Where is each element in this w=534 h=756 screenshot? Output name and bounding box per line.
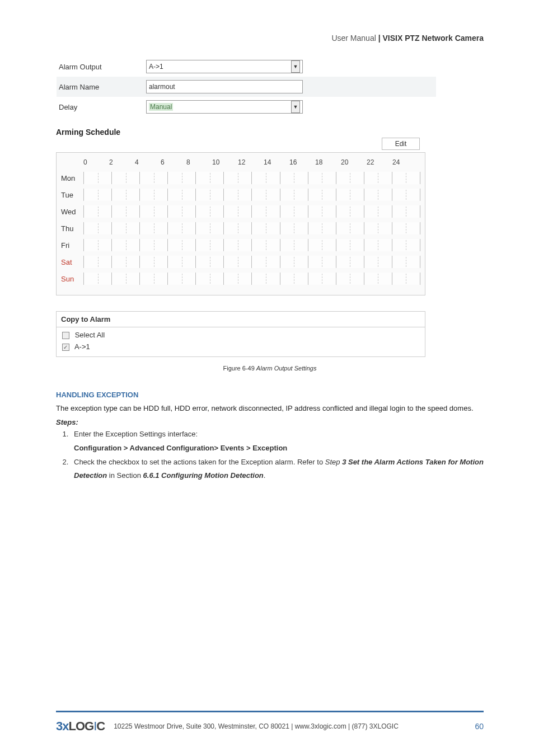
day-grid[interactable]	[83, 189, 420, 201]
copy-to-alarm-panel: Copy to Alarm Select All A->1	[56, 311, 425, 357]
day-grid[interactable]	[83, 205, 420, 218]
hour-tick: 4	[135, 158, 161, 166]
copy-item-label: A->1	[74, 342, 90, 351]
step-2-b: Step	[325, 458, 340, 466]
header-title: | VISIX PTZ Network Camera	[378, 34, 484, 43]
steps-label: Steps:	[56, 418, 484, 426]
schedule-day-row: Fri	[61, 237, 420, 253]
row-delay: Delay Manual ▼	[57, 97, 436, 117]
select-all-label: Select All	[75, 331, 105, 339]
day-grid[interactable]	[83, 222, 420, 234]
page-footer: 3xLOGIC 10225 Westmoor Drive, Suite 300,…	[56, 711, 484, 734]
logo: 3xLOGIC	[56, 719, 105, 734]
figure-number: Figure 6-49	[223, 365, 255, 372]
checkbox-checked-icon	[62, 344, 69, 351]
checkbox-icon	[62, 332, 69, 339]
select-delay[interactable]: Manual ▼	[146, 100, 303, 114]
day-label: Sat	[61, 258, 83, 266]
day-grid[interactable]	[83, 172, 420, 184]
schedule-day-row: Tue	[61, 186, 420, 203]
header-prefix: User Manual	[331, 34, 376, 43]
day-label: Sun	[61, 275, 83, 283]
hour-tick: 8	[186, 158, 212, 166]
schedule-day-row: Sat	[61, 253, 420, 270]
copy-to-alarm-title: Copy to Alarm	[57, 312, 425, 327]
hour-tick: 12	[238, 158, 264, 166]
logo-part1: 3x	[56, 719, 68, 733]
select-all-row[interactable]: Select All	[62, 331, 419, 339]
edit-button[interactable]: Edit	[382, 138, 420, 150]
step-1: Enter the Exception Settings interface: …	[71, 428, 484, 455]
hour-tick: 18	[315, 158, 341, 166]
row-alarm-output: Alarm Output A->1 ▼	[57, 57, 436, 77]
hour-tick: 22	[367, 158, 392, 166]
hour-tick: 24	[392, 158, 418, 166]
day-label: Mon	[61, 174, 83, 182]
schedule-day-row: Thu	[61, 220, 420, 237]
figure-title: Alarm Output Settings	[256, 365, 317, 372]
hour-tick: 14	[264, 158, 289, 166]
copy-item-a1[interactable]: A->1	[62, 342, 419, 351]
handling-exception-heading: HANDLING EXCEPTION	[56, 391, 484, 399]
page-header: User Manual | VISIX PTZ Network Camera	[56, 34, 484, 43]
schedule-day-row: Sun	[61, 270, 420, 287]
exception-paragraph: The exception type can be HDD full, HDD …	[56, 402, 484, 415]
hour-axis: 024681012141618202224	[83, 158, 420, 166]
day-label: Wed	[61, 208, 83, 216]
step-1-text: Enter the Exception Settings interface:	[74, 430, 198, 438]
day-grid[interactable]	[83, 273, 420, 285]
day-label: Thu	[61, 224, 83, 233]
step-2-f: .	[264, 471, 266, 480]
hour-tick: 16	[289, 158, 315, 166]
hour-tick: 0	[83, 158, 109, 166]
input-alarm-name[interactable]: alarmout	[146, 80, 303, 93]
footer-text: 10225 Westmoor Drive, Suite 300, Westmin…	[114, 722, 399, 730]
row-alarm-name: Alarm Name alarmout	[57, 77, 436, 97]
step-2-e: 6.6.1 Configuring Motion Detection	[143, 471, 264, 480]
hour-tick: 2	[109, 158, 135, 166]
arming-schedule-grid: 024681012141618202224 MonTueWedThuFriSat…	[56, 152, 425, 295]
label-delay: Delay	[57, 103, 146, 111]
logo-part2: LOG	[68, 719, 93, 733]
chevron-down-icon: ▼	[291, 101, 300, 113]
day-label: Fri	[61, 241, 83, 250]
step-1-path: Configuration > Advanced Configuration> …	[74, 444, 287, 452]
alarm-output-form: Alarm Output A->1 ▼ Alarm Name alarmout …	[56, 56, 437, 118]
hour-tick: 6	[161, 158, 186, 166]
label-alarm-name: Alarm Name	[57, 83, 146, 91]
step-2: Check the checkbox to set the actions ta…	[71, 456, 484, 483]
figure-caption: Figure 6-49 Alarm Output Settings	[56, 365, 484, 372]
day-label: Tue	[61, 191, 83, 199]
logo-part4: C	[96, 719, 105, 733]
arming-schedule-title: Arming Schedule	[56, 128, 484, 137]
day-grid[interactable]	[83, 256, 420, 268]
select-alarm-output[interactable]: A->1 ▼	[146, 60, 303, 73]
step-2-a: Check the checkbox to set the actions ta…	[74, 458, 325, 466]
select-alarm-output-value: A->1	[149, 63, 163, 71]
hour-tick: 10	[212, 158, 238, 166]
page-number: 60	[475, 722, 484, 731]
step-2-d: in Section	[107, 471, 143, 480]
label-alarm-output: Alarm Output	[57, 63, 146, 71]
day-grid[interactable]	[83, 239, 420, 251]
input-alarm-name-value: alarmout	[149, 83, 175, 91]
select-delay-value: Manual	[149, 103, 173, 111]
schedule-day-row: Wed	[61, 203, 420, 220]
hour-tick: 20	[341, 158, 367, 166]
schedule-day-row: Mon	[61, 170, 420, 186]
chevron-down-icon: ▼	[291, 60, 300, 73]
